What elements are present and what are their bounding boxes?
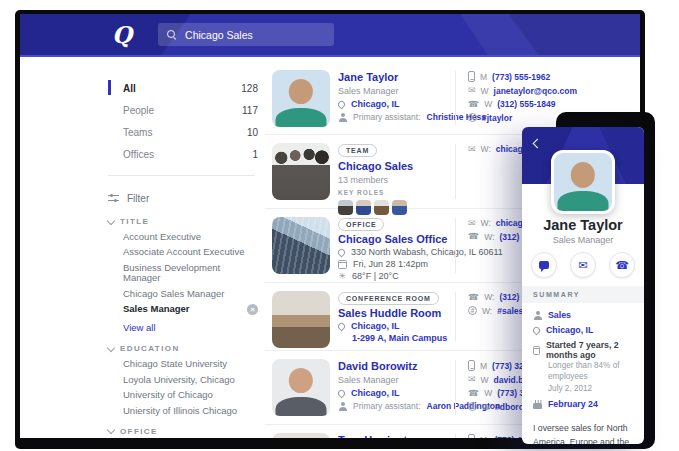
search-box[interactable] — [158, 23, 334, 46]
mail-icon: ✉ — [468, 375, 476, 384]
filter-option-selected[interactable]: Sales Manager × — [123, 304, 258, 315]
card-bio: I oversee sales for North America, Europ… — [522, 416, 644, 444]
phone-icon: ☎ — [468, 232, 479, 241]
profile-card-header — [522, 127, 644, 184]
phone-icon: ☎ — [468, 100, 479, 109]
filter-option[interactable]: Chicago Sales Manager — [123, 289, 258, 299]
email-link[interactable]: janetaylor@qco.com — [494, 86, 577, 96]
filter-option[interactable]: Associate Account Executive — [123, 247, 258, 257]
calendar-icon — [533, 346, 540, 355]
filter-option[interactable]: University of Chicago — [123, 390, 258, 400]
filter-option[interactable]: Business Development Manager — [123, 263, 258, 284]
team-photo — [272, 143, 330, 200]
filter-group-office: OFFICE Chicago Sales Office — [108, 427, 265, 438]
chat-icon — [539, 261, 549, 269]
type-badge: OFFICE — [338, 218, 384, 231]
sidebar-item-all[interactable]: All 128 — [108, 77, 258, 99]
filter-group-title: TITLE Account Executive Associate Accoun… — [108, 217, 265, 333]
pin-icon — [337, 99, 347, 109]
office-local-time: Fri, Jun 28 1:42pm — [353, 259, 428, 269]
phone-link[interactable]: (312) 555-1849 — [497, 99, 555, 109]
mail-icon: ✉ — [468, 219, 476, 228]
filter-option[interactable]: Account Executive — [123, 232, 258, 242]
sidebar-item-offices[interactable]: Offices 1 — [108, 143, 258, 165]
count-badge: 117 — [242, 105, 258, 116]
search-icon — [167, 30, 176, 39]
call-button[interactable]: ☎ — [609, 252, 635, 278]
room-campus-link[interactable]: 1-299 A, Main Campus — [352, 333, 447, 343]
office-photo — [272, 217, 330, 274]
count-badge: 10 — [247, 127, 258, 138]
slack-icon: # — [468, 402, 477, 411]
type-badge: CONFERENCE ROOM — [338, 292, 439, 305]
composition: Q All 128 People 117 Teams 10 — [0, 0, 679, 451]
summary-header: SUMMARY — [522, 286, 644, 303]
group-header-title[interactable]: TITLE — [108, 217, 265, 226]
sun-icon: ☀ — [338, 272, 346, 281]
card-tenure: Started 7 years, 2 months ago — [546, 340, 633, 360]
location-link[interactable]: Chicago, IL — [351, 388, 400, 398]
count-badge: 128 — [241, 83, 258, 94]
sidebar-item-teams[interactable]: Teams 10 — [108, 121, 258, 143]
slack-link[interactable]: #jtaylor — [482, 113, 512, 123]
chevron-down-icon — [107, 216, 115, 224]
mobile-icon — [468, 434, 475, 438]
profile-photo — [272, 433, 330, 438]
group-header-education[interactable]: EDUCATION — [108, 344, 265, 353]
pin-icon — [337, 388, 347, 398]
profile-photo — [272, 70, 330, 127]
card-team-link[interactable]: Sales — [548, 310, 571, 320]
mobile-icon — [468, 71, 475, 82]
profile-card: Jane Taylor Sales Manager ✉ ☎ SUMMARY Sa… — [522, 127, 644, 444]
phone-link[interactable]: (773) 555-1962 — [492, 72, 550, 82]
search-input[interactable] — [183, 28, 297, 42]
card-person-name: Jane Taylor — [522, 217, 644, 233]
card-person-title: Sales Manager — [522, 235, 644, 245]
filter-icon — [108, 193, 119, 203]
card-actions: ✉ ☎ — [522, 252, 644, 278]
cake-icon — [533, 403, 542, 409]
pin-icon — [337, 321, 347, 331]
pin-icon — [337, 247, 347, 257]
chevron-down-icon — [107, 343, 115, 351]
card-birthday-link[interactable]: February 24 — [548, 399, 598, 409]
app-header: Q — [20, 14, 640, 57]
slack-icon: # — [468, 306, 477, 315]
group-header-office[interactable]: OFFICE — [108, 427, 265, 436]
filter-option[interactable]: Loyola University, Chicago — [123, 375, 258, 385]
filter-option[interactable]: Chicago State University — [123, 359, 258, 369]
filter-option[interactable]: Uniersity of Illinois Chicago — [123, 406, 258, 416]
mail-icon: ✉ — [468, 145, 476, 154]
location-link[interactable]: Chicago, IL — [351, 99, 400, 109]
pin-icon — [532, 325, 542, 335]
sidebar: All 128 People 117 Teams 10 Offices 1 — [20, 57, 265, 438]
filter-group-education: EDUCATION Chicago State University Loyol… — [108, 344, 265, 416]
calendar-icon — [338, 260, 347, 269]
type-badge: TEAM — [338, 144, 377, 157]
summary-items: Sales Chicago, IL Started 7 years, 2 mon… — [522, 303, 644, 409]
mail-icon: ✉ — [468, 86, 476, 95]
back-icon[interactable] — [533, 139, 543, 149]
person-icon — [338, 113, 347, 122]
email-button[interactable]: ✉ — [570, 252, 596, 278]
view-all-link[interactable]: View all — [123, 322, 258, 333]
card-tenure-note: Longer than 84% of employees — [548, 360, 633, 383]
chevron-down-icon — [107, 426, 115, 434]
card-tenure-date: July 2, 2012 — [548, 383, 633, 394]
person-icon — [338, 402, 347, 411]
filter-button[interactable]: Filter — [108, 188, 265, 208]
slack-link[interactable]: #dboro — [495, 402, 524, 412]
slack-icon: # — [468, 113, 477, 122]
chat-button[interactable] — [531, 252, 557, 278]
mail-icon: ✉ — [578, 260, 587, 271]
phone-icon: ☎ — [468, 293, 479, 302]
card-location-link[interactable]: Chicago, IL — [546, 325, 593, 335]
app-logo: Q — [112, 23, 132, 46]
mobile-icon — [468, 360, 475, 371]
sidebar-item-people[interactable]: People 117 — [108, 99, 258, 121]
remove-filter-icon[interactable]: × — [247, 304, 258, 315]
count-badge: 1 — [252, 149, 258, 160]
room-photo — [272, 291, 330, 348]
team-icon — [533, 311, 542, 320]
location-link[interactable]: Chicago, IL — [351, 321, 400, 331]
